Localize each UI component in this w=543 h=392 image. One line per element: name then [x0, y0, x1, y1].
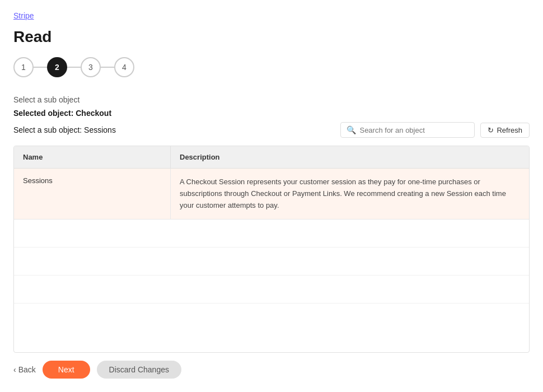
page-title: Read	[13, 28, 530, 46]
discard-button[interactable]: Discard Changes	[97, 361, 181, 379]
row-name: Sessions	[14, 169, 171, 219]
step-1[interactable]: 1	[13, 57, 34, 77]
table-header: Name Description	[14, 146, 529, 169]
right-controls: 🔍 ↻ Refresh	[340, 122, 530, 138]
search-input[interactable]	[359, 126, 469, 134]
back-chevron-icon: ‹	[13, 365, 16, 374]
selected-object: Selected object: Checkout	[13, 109, 530, 118]
next-button[interactable]: Next	[43, 361, 90, 379]
col-description: Description	[171, 146, 529, 168]
refresh-button[interactable]: ↻ Refresh	[480, 123, 530, 138]
step-2[interactable]: 2	[47, 57, 67, 77]
step-connector-2-3	[67, 67, 81, 68]
col-name: Name	[14, 146, 171, 168]
search-icon: 🔍	[347, 125, 356, 134]
empty-row-1	[14, 220, 529, 248]
back-label: Back	[18, 365, 36, 374]
refresh-label: Refresh	[497, 126, 522, 134]
row-description: A Checkout Session represents your custo…	[171, 169, 529, 219]
step-connector-1-2	[34, 67, 47, 68]
empty-row-3	[14, 276, 529, 304]
sub-object-table: Name Description Sessions A Checkout Ses…	[13, 146, 530, 353]
empty-row-2	[14, 248, 529, 276]
step-4[interactable]: 4	[114, 57, 134, 77]
select-sub-label: Select a sub object: Sessions	[13, 125, 116, 134]
select-sub-row: Select a sub object: Sessions 🔍 ↻ Refres…	[13, 122, 530, 138]
table-body: Sessions A Checkout Session represents y…	[14, 169, 529, 352]
footer: ‹ Back Next Discard Changes	[13, 353, 530, 381]
table-row[interactable]: Sessions A Checkout Session represents y…	[14, 169, 529, 220]
back-button[interactable]: ‹ Back	[13, 365, 36, 374]
refresh-icon: ↻	[488, 126, 494, 134]
sub-object-label: Select a sub object	[13, 95, 530, 104]
search-box: 🔍	[340, 122, 475, 138]
stripe-link[interactable]: Stripe	[13, 11, 530, 20]
step-3[interactable]: 3	[81, 57, 101, 77]
stepper: 1 2 3 4	[13, 57, 530, 77]
step-connector-3-4	[101, 67, 114, 68]
